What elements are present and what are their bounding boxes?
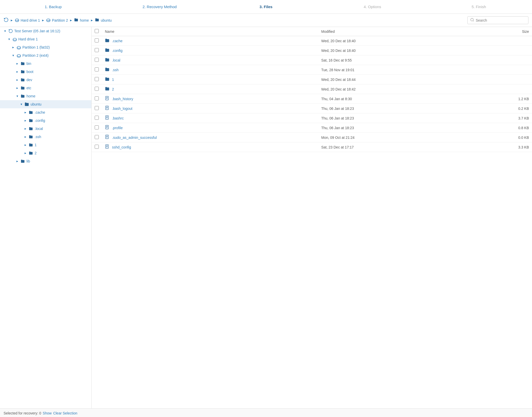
sidebar-item-bin[interactable]: ► bin — [0, 59, 91, 68]
sidebar-item-dev[interactable]: ► dev — [0, 76, 91, 84]
file-modified: Sat, 16 Dec at 9:55 — [318, 55, 469, 65]
folder-icon-bin — [20, 61, 25, 66]
breadcrumb-home[interactable]: home — [74, 18, 89, 23]
row-checkbox[interactable] — [95, 48, 99, 52]
search-box[interactable] — [467, 16, 528, 24]
clear-selection-link[interactable]: Clear Selection — [53, 411, 77, 415]
file-size — [469, 75, 532, 84]
svg-line-5 — [473, 21, 474, 21]
folder-icon — [105, 67, 110, 73]
file-icon — [105, 135, 110, 140]
breadcrumb-restore[interactable] — [4, 17, 9, 23]
col-header-modified: Modified — [318, 27, 469, 36]
wizard-step-backup[interactable]: 1. Backup — [0, 0, 106, 13]
file-name: 1 — [112, 78, 114, 82]
sidebar-item-cache-label: .cache — [35, 110, 45, 114]
breadcrumb-hard-drive[interactable]: Hard drive 1 — [15, 18, 40, 23]
svg-rect-9 — [106, 96, 109, 100]
hdd-icon-breadcrumb — [15, 18, 19, 23]
search-input[interactable] — [476, 18, 526, 22]
row-checkbox[interactable] — [95, 77, 99, 81]
file-size: 0.2 KB — [469, 104, 532, 113]
table-row: .bashrcThu, 06 Jan at 18:233.7 KB — [92, 113, 532, 123]
sidebar-item-test-server[interactable]: ▼ Test Server (05 Jan at 16:12) — [0, 27, 91, 35]
table-row: .cacheWed, 20 Dec at 18:40 — [92, 36, 532, 46]
breadcrumb-partition[interactable]: Partition 2 — [46, 18, 68, 23]
row-checkbox[interactable] — [95, 38, 99, 42]
table-row: sshd_configSat, 23 Dec at 17:173.3 KB — [92, 142, 532, 152]
svg-point-2 — [47, 19, 50, 21]
chevron-right-icon: ► — [23, 151, 27, 155]
svg-point-0 — [15, 19, 19, 21]
folder-icon-local — [29, 126, 34, 131]
file-modified: Wed, 20 Dec at 18:40 — [318, 46, 469, 55]
chevron-right-icon: ► — [23, 118, 27, 123]
sidebar-item-ssh[interactable]: ► .ssh — [0, 133, 91, 141]
sidebar-item-cache[interactable]: ► .cache — [0, 108, 91, 116]
row-checkbox[interactable] — [95, 58, 99, 62]
sidebar-item-lib-label: lib — [26, 159, 30, 163]
svg-point-4 — [471, 18, 473, 21]
folder-icon — [105, 77, 110, 82]
sidebar-item-boot[interactable]: ► boot — [0, 68, 91, 76]
chevron-down-icon: ▼ — [3, 29, 7, 33]
sidebar-item-config[interactable]: ► .config — [0, 116, 91, 125]
wizard-step-recovery-method[interactable]: 2. Recovery Method — [106, 0, 213, 13]
file-panel: Name Modified Size .cacheWed, 20 Dec at … — [92, 27, 532, 408]
file-size — [469, 84, 532, 94]
chevron-right-icon: ► — [23, 143, 27, 147]
row-checkbox[interactable] — [95, 87, 99, 91]
sidebar-item-2[interactable]: ► 2 — [0, 149, 91, 157]
sidebar-item-etc-label: etc — [26, 86, 31, 90]
file-name: 2 — [112, 87, 114, 91]
sidebar-item-hard-drive-1[interactable]: ▼ Hard drive 1 — [0, 35, 91, 43]
wizard-step-finish[interactable]: 5. Finish — [426, 0, 532, 13]
sidebar-item-1[interactable]: ► 1 — [0, 141, 91, 149]
sidebar-item-partition-1[interactable]: ► Partition 1 (fat32) — [0, 43, 91, 51]
row-checkbox[interactable] — [95, 67, 99, 71]
select-all-checkbox[interactable] — [95, 29, 99, 33]
row-checkbox[interactable] — [95, 106, 99, 110]
folder-icon-boot — [20, 69, 25, 74]
file-name: .profile — [112, 126, 123, 130]
sidebar-item-ubuntu[interactable]: ▼ ubuntu — [0, 100, 91, 108]
sidebar-item-partition-2-label: Partition 2 (ext4) — [22, 53, 49, 57]
table-row: .bash_historyThu, 04 Jan at 8:301.2 KB — [92, 94, 532, 104]
sidebar-item-partition-2[interactable]: ▼ Partition 2 (ext4) — [0, 51, 91, 59]
chevron-down-icon: ▼ — [19, 102, 23, 106]
sidebar-item-test-server-label: Test Server (05 Jan at 16:12) — [14, 29, 60, 33]
wizard-step-files[interactable]: 3. Files — [213, 0, 319, 13]
file-name: .sudo_as_admin_successful — [112, 136, 157, 140]
row-checkbox[interactable] — [95, 96, 99, 100]
chevron-right-icon: ► — [11, 45, 15, 49]
row-checkbox[interactable] — [95, 145, 99, 149]
file-name: .bashrc — [112, 116, 124, 120]
restore-icon-tree — [8, 28, 13, 34]
sidebar-item-lib[interactable]: ► lib — [0, 157, 91, 165]
row-checkbox[interactable] — [95, 116, 99, 120]
breadcrumb-ubuntu[interactable]: ubuntu — [95, 18, 112, 23]
sidebar-item-etc[interactable]: ► etc — [0, 84, 91, 92]
sidebar-item-local[interactable]: ► .local — [0, 125, 91, 133]
chevron-right-icon: ► — [23, 135, 27, 139]
wizard-steps: 1. Backup 2. Recovery Method 3. Files 4.… — [0, 0, 532, 14]
show-link[interactable]: Show — [43, 411, 52, 415]
table-row: .profileThu, 06 Jan at 18:230.8 KB — [92, 123, 532, 133]
sidebar-item-home[interactable]: ▼ home — [0, 92, 91, 100]
file-name: .config — [112, 49, 122, 53]
file-size — [469, 46, 532, 55]
hdd-icon-tree-1 — [12, 37, 17, 42]
file-modified: Thu, 06 Jan at 18:23 — [318, 113, 469, 123]
row-checkbox[interactable] — [95, 135, 99, 139]
table-row: 2Wed, 20 Dec at 18:42 — [92, 84, 532, 94]
folder-icon-1 — [29, 142, 34, 147]
chevron-down-icon: ▼ — [11, 53, 15, 57]
wizard-step-options[interactable]: 4. Options — [319, 0, 426, 13]
file-icon — [105, 96, 110, 102]
file-name: .bash_history — [112, 97, 133, 101]
file-size: 0.8 KB — [469, 123, 532, 133]
row-checkbox[interactable] — [95, 125, 99, 129]
sidebar-item-config-label: .config — [35, 118, 45, 123]
sidebar-item-ssh-label: .ssh — [35, 135, 41, 139]
folder-icon-2 — [29, 151, 34, 156]
